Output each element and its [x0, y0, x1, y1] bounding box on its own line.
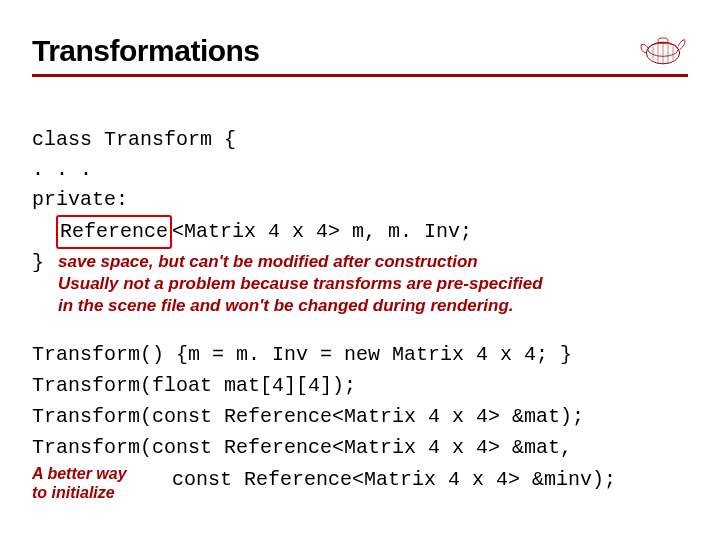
code-line: class Transform {	[32, 128, 236, 151]
note-line: A better way	[32, 464, 162, 483]
code-line-member: Reference<Matrix 4 x 4> m, m. Inv;	[32, 220, 472, 243]
ctor-line: Transform(float mat[4][4]);	[32, 370, 688, 401]
ctor-line: Transform() {m = m. Inv = new Matrix 4 x…	[32, 339, 688, 370]
code-line: . . .	[32, 158, 92, 181]
ctor-second-line: const Reference<Matrix 4 x 4> &minv);	[172, 464, 616, 495]
code-line: private:	[32, 188, 128, 211]
teapot-logo-icon	[638, 28, 688, 68]
reference-note: save space, but can't be modified after …	[58, 251, 543, 317]
constructors-block: Transform() {m = m. Inv = new Matrix 4 x…	[32, 339, 688, 463]
note-line: to initialize	[32, 483, 162, 502]
reference-highlight: Reference	[56, 215, 172, 249]
note-line: Usually not a problem because transforms…	[58, 273, 543, 295]
slide-title: Transformations	[32, 34, 260, 68]
initialize-note: A better way to initialize	[32, 464, 162, 502]
class-declaration: class Transform { . . . private: Referen…	[32, 95, 688, 249]
slide-header: Transformations	[32, 28, 688, 77]
ctor-first-line: Transform(const Reference<Matrix 4 x 4> …	[32, 432, 688, 463]
ctor-line-wrapped: Transform(const Reference<Matrix 4 x 4> …	[32, 432, 688, 463]
closing-brace: }	[32, 251, 44, 274]
closing-brace-row: } save space, but can't be modified afte…	[32, 251, 688, 317]
ctor-line: Transform(const Reference<Matrix 4 x 4> …	[32, 401, 688, 432]
note-line: in the scene file and won't be changed d…	[58, 295, 543, 317]
note-line: save space, but can't be modified after …	[58, 251, 543, 273]
